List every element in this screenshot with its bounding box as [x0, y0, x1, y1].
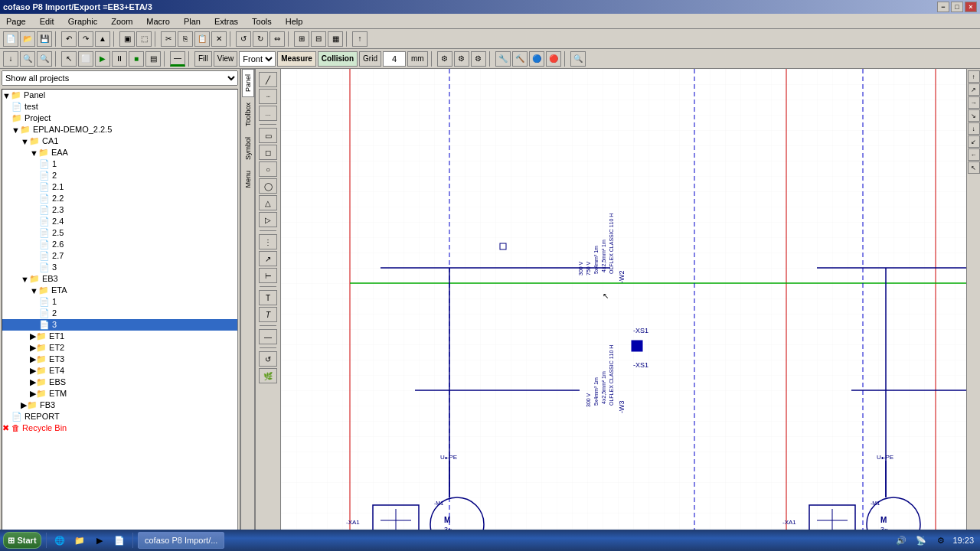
side-tab-menu[interactable]: Menu — [242, 165, 254, 194]
menu-macro[interactable]: Macro — [143, 15, 173, 28]
bar-chart-button[interactable]: ▤ — [145, 51, 161, 67]
paste-button[interactable]: 📋 — [194, 31, 210, 47]
sym-horiz-btn[interactable]: — — [259, 329, 277, 344]
view-select[interactable]: Front Top Side — [239, 51, 276, 67]
taskbar-app1-icon[interactable]: 📄 — [111, 532, 128, 549]
right-tool1[interactable]: ↑ — [968, 70, 980, 83]
sym-arrow-btn[interactable]: ↗ — [259, 251, 277, 266]
tree-fb3[interactable]: ▶ 📁 FB3 — [2, 399, 237, 411]
tool3-button[interactable]: 🔵 — [529, 51, 544, 67]
sym-dotted-btn[interactable]: … — [259, 106, 277, 121]
canvas-svg[interactable]: -W2 OLFLEX CLASSIC 110 H 4x2,5mm² 1m 5x4… — [281, 69, 980, 536]
tool4-button[interactable]: 🔴 — [546, 51, 561, 67]
copy-button[interactable]: ⎘ — [178, 31, 193, 47]
sym-rotate-btn[interactable]: ↺ — [259, 351, 277, 367]
sym-rect1-btn[interactable]: ▭ — [259, 128, 277, 143]
tree-eaa-21[interactable]: 📄 2.1 — [2, 181, 237, 193]
menu-tools[interactable]: Tools — [249, 15, 275, 28]
right-tool4[interactable]: ↘ — [968, 109, 980, 122]
tray-icon1[interactable]: 🔊 — [893, 532, 910, 549]
stop-button[interactable]: ■ — [129, 51, 144, 67]
collision-button[interactable]: Collision — [318, 51, 358, 67]
tree-et2[interactable]: ▶ 📁 ET2 — [2, 342, 237, 354]
sym-circle2-btn[interactable]: ◯ — [259, 178, 277, 194]
sym-dashed-btn[interactable]: ┄ — [259, 89, 277, 104]
cut-button[interactable]: ✂ — [161, 31, 176, 47]
search-button[interactable]: 🔍 — [570, 51, 586, 67]
menu-plan[interactable]: Plan — [181, 15, 204, 28]
new-button[interactable]: 📄 — [3, 31, 18, 47]
tree-eb3[interactable]: ▼ 📁 EB3 — [2, 273, 237, 285]
tree-et4[interactable]: ▶ 📁 ET4 — [2, 365, 237, 377]
sym-bracket-btn[interactable]: ⊢ — [259, 268, 277, 283]
tree-eaa-25[interactable]: 📄 2.5 — [2, 227, 237, 239]
line-color-button[interactable]: — — [170, 51, 185, 67]
right-tool5[interactable]: ↓ — [968, 122, 980, 135]
tree-report[interactable]: 📄 REPORT — [2, 411, 237, 422]
tree-eplan[interactable]: ▼ 📁 EPLAN-DEMO_2.2.5 — [2, 124, 237, 135]
tree-eta-3[interactable]: 📄 3 — [2, 319, 237, 331]
side-tab-toolbox[interactable]: Toolbox — [242, 97, 254, 132]
menu-help[interactable]: Help — [283, 15, 306, 28]
tree-eaa-27[interactable]: 📄 2.7 — [2, 250, 237, 262]
maximize-button[interactable]: □ — [951, 2, 963, 12]
tree-project[interactable]: 📁 Project — [2, 112, 237, 124]
align1-button[interactable]: ⊞ — [294, 31, 309, 47]
tree-recycle[interactable]: ✖ 🗑 Recycle Bin — [2, 422, 237, 434]
right-tool3[interactable]: → — [968, 96, 980, 109]
sym-rect2-btn[interactable]: ◻ — [259, 145, 277, 160]
settings1-button[interactable]: ⚙ — [437, 51, 452, 67]
view1-button[interactable]: ▣ — [119, 31, 135, 47]
tree-eaa-23[interactable]: 📄 2.3 — [2, 204, 237, 216]
tree-eaa-3[interactable]: 📄 3 — [2, 262, 237, 273]
settings3-button[interactable]: ⚙ — [471, 51, 486, 67]
side-tab-symbol[interactable]: Symbol — [242, 132, 254, 165]
rotate1-button[interactable]: ↺ — [236, 31, 251, 47]
tray-icon3[interactable]: ⚙ — [933, 532, 949, 549]
align2-button[interactable]: ⊟ — [311, 31, 326, 47]
taskbar-media-icon[interactable]: ▶ — [91, 532, 108, 549]
delete-button[interactable]: ✕ — [211, 31, 227, 47]
up-button[interactable]: ▲ — [95, 31, 110, 47]
tree-eaa-26[interactable]: 📄 2.6 — [2, 239, 237, 250]
sym-tri1-btn[interactable]: △ — [259, 195, 277, 210]
tree-ebs[interactable]: ▶ 📁 EBS — [2, 377, 237, 388]
undo-button[interactable]: ↶ — [61, 31, 77, 47]
menu-graphic[interactable]: Graphic — [65, 15, 101, 28]
sym-text2-btn[interactable]: T — [259, 307, 277, 322]
tool1-button[interactable]: 🔧 — [495, 51, 511, 67]
fill-button[interactable]: Fill — [194, 51, 212, 67]
right-tool6[interactable]: ↙ — [968, 135, 980, 148]
save-button[interactable]: 💾 — [37, 31, 52, 47]
right-tool2[interactable]: ↗ — [968, 83, 980, 96]
project-select[interactable]: Show all projects — [2, 70, 238, 86]
tree-et1[interactable]: ▶ 📁 ET1 — [2, 331, 237, 342]
tree-panel[interactable]: ▼ 📁 Panel — [2, 90, 237, 101]
sym-dots-btn[interactable]: ⋮ — [259, 234, 277, 249]
pause-button[interactable]: ⏸ — [112, 51, 127, 67]
measure-button[interactable]: Measure — [277, 51, 316, 67]
menu-edit[interactable]: Edit — [37, 15, 57, 28]
sym-circle1-btn[interactable]: ○ — [259, 161, 277, 177]
menu-zoom[interactable]: Zoom — [108, 15, 136, 28]
tree-eaa-22[interactable]: 📄 2.2 — [2, 193, 237, 204]
zoom-in-button[interactable]: 🔍 — [20, 51, 35, 67]
taskbar-folder-icon[interactable]: 📁 — [71, 532, 88, 549]
play-button[interactable]: ▶ — [95, 51, 110, 67]
open-button[interactable]: 📂 — [20, 31, 35, 47]
tree-eta-1[interactable]: 📄 1 — [2, 296, 237, 308]
arrow-down-button[interactable]: ↓ — [3, 51, 18, 67]
cursor-button[interactable]: ↖ — [61, 51, 77, 67]
tree-eaa[interactable]: ▼ 📁 EAA — [2, 147, 237, 158]
sym-text1-btn[interactable]: T — [259, 290, 277, 305]
menu-extras[interactable]: Extras — [211, 15, 241, 28]
taskbar-cofaso-btn[interactable]: cofaso P8 Import/... — [138, 532, 224, 549]
tree-test[interactable]: 📄 test — [2, 101, 237, 112]
sym-tri2-btn[interactable]: ▷ — [259, 212, 277, 227]
tree-eaa-1[interactable]: 📄 1 — [2, 158, 237, 170]
canvas-area[interactable]: -W2 OLFLEX CLASSIC 110 H 4x2,5mm² 1m 5x4… — [281, 69, 980, 536]
grid-value-input[interactable] — [383, 51, 406, 67]
tree-eta-2[interactable]: 📄 2 — [2, 308, 237, 319]
tree-eaa-24[interactable]: 📄 2.4 — [2, 216, 237, 227]
tray-icon2[interactable]: 📡 — [913, 532, 929, 549]
